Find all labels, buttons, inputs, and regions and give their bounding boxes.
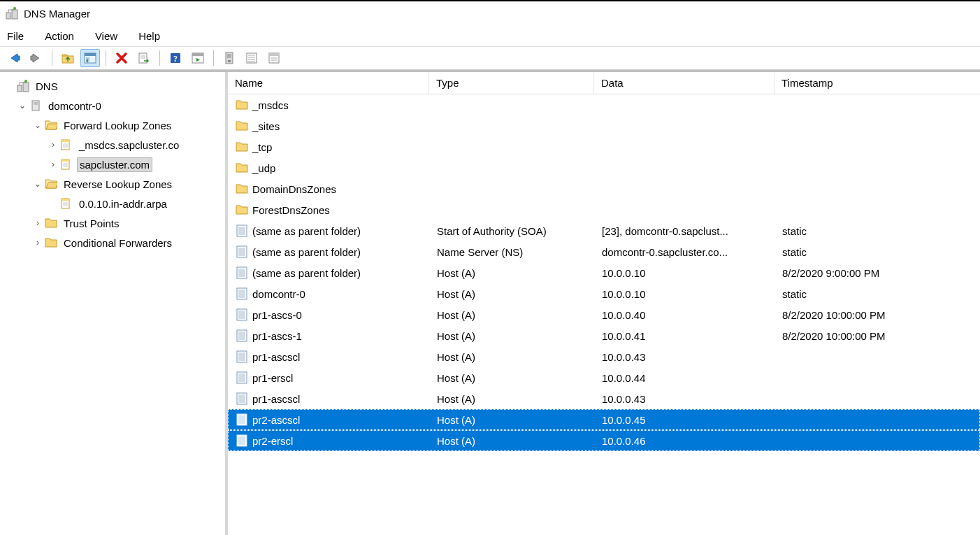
folder-icon <box>236 204 248 216</box>
menu-view[interactable]: View <box>95 30 117 42</box>
record-row[interactable]: pr1-ascsclHost (A)10.0.0.43 <box>228 346 980 367</box>
tree-zone-sapcluster[interactable]: › sapcluster.com <box>4 155 225 174</box>
delete-button[interactable] <box>112 49 131 67</box>
tree-server[interactable]: ⌄ domcontr-0 <box>4 96 225 115</box>
expand-icon[interactable]: › <box>32 218 43 228</box>
cell-name: pr2-ascscl <box>229 413 430 426</box>
tree-conditional-forwarders[interactable]: › Conditional Forwarders <box>4 233 225 252</box>
cell-timestamp: 8/2/2020 9:00:00 PM <box>775 267 937 279</box>
record-name: domcontr-0 <box>252 288 305 300</box>
dns-root-icon <box>17 80 29 92</box>
record-row[interactable]: _tcp <box>228 136 980 157</box>
record-row[interactable]: ForestDnsZones <box>228 199 980 220</box>
server-icon <box>29 99 42 112</box>
record-row[interactable]: pr1-ascs-0Host (A)10.0.0.408/2/2020 10:0… <box>228 304 980 325</box>
record-row[interactable]: (same as parent folder)Name Server (NS)d… <box>228 241 980 262</box>
record-icon <box>236 413 248 426</box>
list-panel: Name Type Data Timestamp _msdcs_sites_tc… <box>228 72 980 535</box>
tree-zone-reverse[interactable]: 0.0.10.in-addr.arpa <box>4 194 225 213</box>
expand-icon[interactable]: › <box>48 140 59 150</box>
nav-back-button[interactable] <box>4 49 24 67</box>
record-icon <box>236 329 248 342</box>
help-button[interactable] <box>166 49 185 67</box>
column-header-name[interactable]: Name <box>228 72 429 94</box>
record-name: (same as parent folder) <box>252 267 361 279</box>
server-button[interactable] <box>219 49 239 67</box>
toolbar-separator <box>159 50 160 66</box>
content-area: DNS ⌄ domcontr-0 ⌄ Forward Lookup Zones … <box>0 70 980 535</box>
export-list-button[interactable] <box>134 49 154 67</box>
menu-help[interactable]: Help <box>138 30 160 42</box>
cell-type: Host (A) <box>430 267 595 279</box>
record-icon <box>236 266 248 279</box>
record-row[interactable]: DomainDnsZones <box>228 178 980 199</box>
cell-timestamp: static <box>775 246 937 258</box>
tree-label: Trust Points <box>62 217 121 230</box>
list-view-button[interactable] <box>242 49 261 67</box>
record-row[interactable]: pr1-ascsclHost (A)10.0.0.43 <box>228 388 980 409</box>
expand-icon[interactable]: › <box>48 159 59 169</box>
tree-root-dns[interactable]: DNS <box>4 76 225 96</box>
column-header-type[interactable]: Type <box>429 72 594 94</box>
cell-type: Start of Authority (SOA) <box>430 225 595 237</box>
record-name: pr1-ascscl <box>252 351 300 363</box>
tree-label: Forward Lookup Zones <box>62 119 173 132</box>
tree-trust-points[interactable]: › Trust Points <box>4 213 225 233</box>
toolbar <box>0 46 980 70</box>
cell-name: _sites <box>229 120 430 132</box>
record-row[interactable]: _msdcs <box>228 94 980 115</box>
tree-forward-lookup-zones[interactable]: ⌄ Forward Lookup Zones <box>4 115 225 135</box>
cell-data: 10.0.0.10 <box>595 267 775 279</box>
column-header-data[interactable]: Data <box>594 72 774 94</box>
cell-type: Host (A) <box>430 309 595 321</box>
tree-reverse-lookup-zones[interactable]: ⌄ Reverse Lookup Zones <box>4 174 225 194</box>
expand-icon[interactable]: › <box>32 238 43 248</box>
folder-icon <box>236 141 248 153</box>
record-icon <box>236 308 248 321</box>
up-level-button[interactable] <box>58 49 78 67</box>
record-row[interactable]: pr1-ersclHost (A)10.0.0.44 <box>228 367 980 388</box>
cell-data: 10.0.0.46 <box>595 435 775 447</box>
column-header-timestamp[interactable]: Timestamp <box>774 72 937 94</box>
expand-icon[interactable]: ⌄ <box>32 179 43 189</box>
cell-name: pr1-erscl <box>229 371 430 384</box>
menu-file[interactable]: File <box>7 30 24 42</box>
cell-type: Host (A) <box>430 372 595 384</box>
folder-icon <box>236 183 248 195</box>
record-row[interactable]: _udp <box>228 157 980 178</box>
show-hide-scope-button[interactable] <box>80 49 100 67</box>
record-row[interactable]: (same as parent folder)Start of Authorit… <box>228 220 980 241</box>
nav-forward-button[interactable] <box>27 49 46 67</box>
action-pane-button[interactable] <box>188 49 208 67</box>
record-row[interactable]: (same as parent folder)Host (A)10.0.0.10… <box>228 262 980 283</box>
menu-action[interactable]: Action <box>45 30 74 42</box>
expand-icon[interactable]: ⌄ <box>17 101 28 110</box>
cell-data: 10.0.0.45 <box>595 414 775 426</box>
cell-type: Host (A) <box>430 414 595 426</box>
detail-view-button[interactable] <box>264 49 284 67</box>
record-row[interactable]: domcontr-0Host (A)10.0.0.10static <box>228 283 980 304</box>
record-icon <box>236 350 248 363</box>
record-row[interactable]: _sites <box>228 115 980 136</box>
record-name: _msdcs <box>252 99 289 111</box>
window-title: DNS Manager <box>24 8 90 20</box>
cell-timestamp: static <box>775 225 937 237</box>
tree-label: Reverse Lookup Zones <box>62 178 174 191</box>
record-row[interactable]: pr2-ersclHost (A)10.0.0.46 <box>228 430 980 451</box>
record-name: pr1-ascs-1 <box>252 330 302 342</box>
tree-label: domcontr-0 <box>46 99 103 113</box>
folder-icon <box>45 236 57 249</box>
record-row[interactable]: pr2-ascsclHost (A)10.0.0.45 <box>228 409 980 430</box>
cell-name: pr1-ascscl <box>229 350 430 363</box>
expand-icon[interactable]: ⌄ <box>32 120 43 130</box>
record-name: _sites <box>252 120 280 132</box>
list-body[interactable]: _msdcs_sites_tcp_udpDomainDnsZonesForest… <box>228 94 980 535</box>
folder-icon <box>45 217 57 229</box>
tree-panel[interactable]: DNS ⌄ domcontr-0 ⌄ Forward Lookup Zones … <box>0 72 228 535</box>
cell-data: 10.0.0.43 <box>595 393 775 405</box>
cell-timestamp: 8/2/2020 10:00:00 PM <box>775 309 937 321</box>
tree-zone-msdcs[interactable]: › _msdcs.sapcluster.co <box>4 135 225 155</box>
folder-icon <box>236 99 248 111</box>
record-row[interactable]: pr1-ascs-1Host (A)10.0.0.418/2/2020 10:0… <box>228 325 980 346</box>
cell-type: Host (A) <box>430 330 595 342</box>
